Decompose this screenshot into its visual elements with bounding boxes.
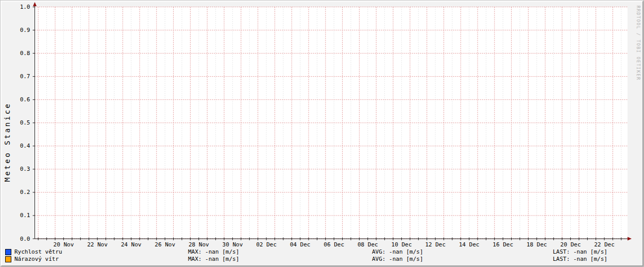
x-tick-label: 18 Dec xyxy=(527,241,547,248)
x-tick-label: 20 Dec xyxy=(561,241,581,248)
y-tick-label: 0.1 xyxy=(20,212,30,219)
stat-max: MAX: -nan [m/s] xyxy=(188,248,239,255)
rrdtool-graph-image: 0.00.10.20.30.40.50.60.70.80.91.020 Nov2… xyxy=(0,0,644,267)
x-axis-arrow xyxy=(628,237,632,241)
y-tick-label: 0.5 xyxy=(20,119,30,126)
legend-row: Nárazový vítr MAX: -nan [m/s] AVG: -nan … xyxy=(2,256,642,263)
x-tick-label: 22 Dec xyxy=(594,241,615,248)
x-tick-label: 02 Dec xyxy=(256,241,277,248)
y-tick-label: 0.3 xyxy=(20,166,30,172)
x-tick-label: 12 Dec xyxy=(425,241,446,248)
x-tick-label: 22 Nov xyxy=(87,241,108,248)
stat-last: LAST: -nan [m/s] xyxy=(553,256,607,262)
x-tick-label: 06 Dec xyxy=(324,241,344,248)
y-tick-label: 0.0 xyxy=(20,236,30,242)
stat-last: LAST: -nan [m/s] xyxy=(553,248,607,255)
stat-max: MAX: -nan [m/s] xyxy=(188,256,239,262)
stat-avg: AVG: -nan [m/s] xyxy=(372,256,423,262)
x-tick-label: 14 Dec xyxy=(459,241,480,248)
x-tick-label: 26 Nov xyxy=(155,241,175,248)
x-tick-label: 30 Nov xyxy=(223,241,243,248)
x-tick-label: 10 Dec xyxy=(392,241,412,248)
x-tick-label: 08 Dec xyxy=(358,241,378,248)
graph-face: 0.00.10.20.30.40.50.60.70.80.91.020 Nov2… xyxy=(1,1,643,266)
legend-swatch-rychlost-vetru xyxy=(5,249,11,255)
legend-swatch-narazovy-vitr xyxy=(5,256,11,262)
x-tick-label: 16 Dec xyxy=(493,241,513,248)
y-axis-title: Meteo Stanice xyxy=(3,102,11,182)
y-tick-label: 0.7 xyxy=(20,73,30,80)
y-tick-label: 0.2 xyxy=(20,189,30,195)
stat-avg: AVG: -nan [m/s] xyxy=(372,248,423,255)
x-tick-label: 20 Nov xyxy=(54,241,74,248)
y-axis-arrow xyxy=(33,2,37,6)
y-tick-label: 0.8 xyxy=(20,50,30,57)
chart-canvas: 0.00.10.20.30.40.50.60.70.80.91.020 Nov2… xyxy=(2,2,642,265)
legend-label: Rychlost větru xyxy=(14,248,62,255)
x-tick-label: 28 Nov xyxy=(189,241,209,248)
y-tick-label: 1.0 xyxy=(20,4,30,10)
y-tick-label: 0.4 xyxy=(20,143,30,149)
y-tick-label: 0.9 xyxy=(20,27,30,33)
x-tick-label: 04 Dec xyxy=(290,241,311,248)
legend-label: Nárazový vítr xyxy=(14,256,59,262)
x-tick-label: 24 Nov xyxy=(121,241,142,248)
y-tick-label: 0.6 xyxy=(20,96,30,103)
legend-row: Rychlost větru MAX: -nan [m/s] AVG: -nan… xyxy=(2,248,642,256)
rrdtool-watermark: RRDTOOL / TOBI OETIKER xyxy=(636,6,641,81)
